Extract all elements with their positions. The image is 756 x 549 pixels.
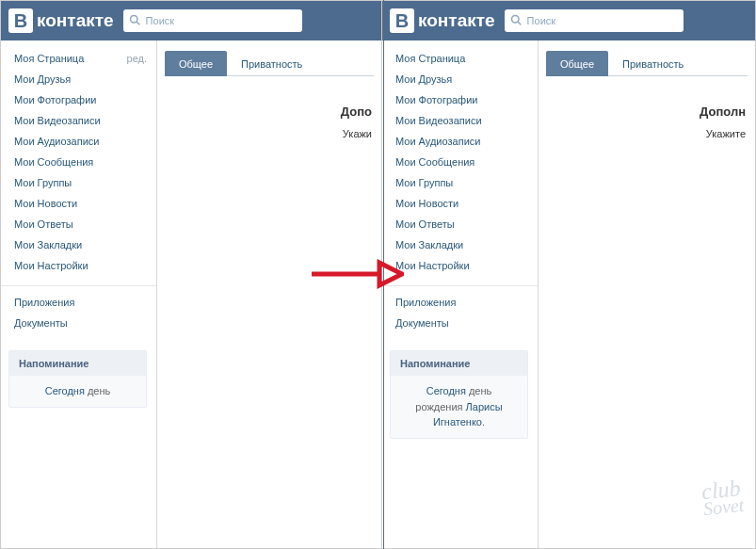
tabs: Общее Приватность <box>165 50 374 76</box>
reminder-name-link[interactable]: Ларисы <box>466 401 503 412</box>
nav-main: Моя Страницаред. Мои Друзья Мои Фотограф… <box>1 48 156 286</box>
nav-documents[interactable]: Документы <box>14 317 68 329</box>
section-text: Укажите <box>546 128 748 139</box>
reminder-body: Сегодня день рождения Ларисы Игнатенко. <box>391 376 527 438</box>
reminder-day-text: день <box>88 385 110 396</box>
nav-photos[interactable]: Мои Фотографии <box>14 94 96 105</box>
logo-text: контакте <box>37 10 114 31</box>
svg-marker-5 <box>379 263 402 285</box>
nav-groups[interactable]: Мои Группы <box>395 177 453 188</box>
nav-messages[interactable]: Мои Сообщения <box>14 156 93 168</box>
tabs: Общее Приватность <box>546 50 748 76</box>
nav-news[interactable]: Мои Новости <box>14 198 77 209</box>
nav-photos[interactable]: Мои Фотографии <box>395 94 477 105</box>
nav-apps[interactable]: Приложения <box>14 297 74 308</box>
nav-videos[interactable]: Мои Видеозаписи <box>14 115 101 126</box>
nav-secondary: Приложения Документы <box>1 292 156 343</box>
nav-news[interactable]: Мои Новости <box>395 198 458 209</box>
search-input[interactable]: Поиск <box>123 9 302 32</box>
nav-my-page[interactable]: Моя Страница <box>395 53 465 64</box>
tab-privacy[interactable]: Приватность <box>608 51 698 76</box>
nav-friends[interactable]: Мои Друзья <box>14 73 71 85</box>
content-area: Общее Приватность Дополн Укажите <box>538 40 755 548</box>
watermark-line2: Sovet <box>702 497 745 517</box>
nav-friends[interactable]: Мои Друзья <box>395 73 452 85</box>
section-heading: Допо <box>165 105 374 119</box>
logo-icon: В <box>390 8 414 33</box>
nav-bookmarks[interactable]: Мои Закладки <box>14 239 82 250</box>
reminder-text-birthday: рождения <box>415 401 462 412</box>
tab-general[interactable]: Общее <box>165 51 227 76</box>
tab-privacy[interactable]: Приватность <box>227 51 316 76</box>
nav-main: Моя Страница Мои Друзья Мои Фотографии М… <box>382 48 538 286</box>
reminder-title: Напоминание <box>391 351 527 376</box>
reminder-box: Напоминание Сегодня день <box>8 350 147 408</box>
search-input[interactable]: Поиск <box>505 9 684 32</box>
nav-videos[interactable]: Мои Видеозаписи <box>395 115 482 126</box>
sidebar: Моя Страницаред. Мои Друзья Мои Фотограф… <box>1 40 156 548</box>
reminder-box: Напоминание Сегодня день рождения Ларисы… <box>390 350 528 439</box>
nav-answers[interactable]: Мои Ответы <box>395 218 455 230</box>
nav-apps[interactable]: Приложения <box>395 297 456 308</box>
svg-point-2 <box>511 15 519 23</box>
nav-settings[interactable]: Мои Настройки <box>395 260 470 271</box>
svg-line-3 <box>518 22 521 24</box>
reminder-period: . <box>482 416 485 428</box>
svg-point-0 <box>130 15 137 23</box>
content-area: Общее Приватность Допо Укажи <box>156 40 381 548</box>
svg-line-1 <box>137 22 139 24</box>
search-placeholder: Поиск <box>146 15 174 26</box>
reminder-today-link[interactable]: Сегодня <box>45 385 85 396</box>
nav-documents[interactable]: Документы <box>395 317 449 329</box>
nav-my-page[interactable]: Моя Страница <box>14 53 84 64</box>
header: В контакте Поиск <box>1 1 381 40</box>
logo-icon: В <box>8 8 33 33</box>
reminder-title: Напоминание <box>9 351 146 376</box>
search-icon <box>510 14 522 28</box>
search-placeholder: Поиск <box>527 15 555 26</box>
logo[interactable]: В контакте <box>390 8 495 33</box>
sidebar: Моя Страница Мои Друзья Мои Фотографии М… <box>382 40 538 548</box>
nav-answers[interactable]: Мои Ответы <box>14 218 73 230</box>
nav-edit-link[interactable]: ред. <box>127 53 147 64</box>
nav-groups[interactable]: Мои Группы <box>14 177 72 188</box>
search-icon <box>129 14 140 28</box>
logo-text: контакте <box>418 10 495 31</box>
reminder-today-link[interactable]: Сегодня <box>426 385 466 396</box>
nav-settings[interactable]: Мои Настройки <box>14 260 88 271</box>
reminder-text-day: день <box>469 385 491 396</box>
reminder-body: Сегодня день <box>9 376 146 407</box>
header: В контакте Поиск <box>382 1 755 40</box>
nav-audio[interactable]: Мои Аудиозаписи <box>14 136 99 147</box>
nav-bookmarks[interactable]: Мои Закладки <box>395 239 463 250</box>
logo[interactable]: В контакте <box>8 8 114 33</box>
tab-general[interactable]: Общее <box>546 51 608 76</box>
panel-after: В контакте Поиск Моя Страница Мои Друзья… <box>382 0 756 549</box>
nav-audio[interactable]: Мои Аудиозаписи <box>395 136 480 147</box>
nav-messages[interactable]: Мои Сообщения <box>395 156 475 168</box>
watermark: club Sovet <box>700 477 745 517</box>
section-text: Укажи <box>165 128 374 139</box>
arrow-annotation-icon <box>308 258 404 290</box>
reminder-name-link-2[interactable]: Игнатенко <box>433 416 482 428</box>
nav-secondary: Приложения Документы <box>382 292 538 343</box>
section-heading: Дополн <box>546 105 748 119</box>
